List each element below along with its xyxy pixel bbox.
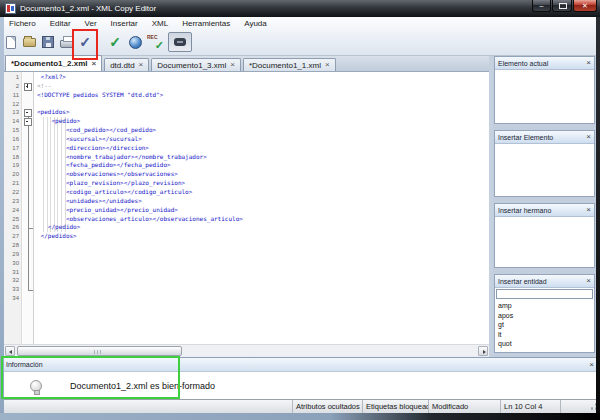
status-cursor-position: Ln 10 Col 4 bbox=[500, 400, 560, 413]
entity-item[interactable]: quot bbox=[498, 339, 591, 349]
browser-preview-button[interactable] bbox=[126, 32, 144, 52]
fold-marker[interactable] bbox=[22, 294, 34, 303]
panel-close-icon[interactable]: × bbox=[586, 277, 591, 285]
fold-marker[interactable] bbox=[22, 276, 34, 285]
fold-marker[interactable] bbox=[22, 250, 34, 259]
tab-close-icon[interactable]: × bbox=[139, 61, 144, 69]
new-document-button[interactable] bbox=[2, 32, 20, 52]
editor-line: 13 <pedidos> bbox=[4, 108, 489, 117]
fold-marker[interactable] bbox=[22, 108, 34, 117]
line-number: 24 bbox=[4, 206, 22, 215]
document-tab[interactable]: dtd.dtd × bbox=[104, 58, 149, 71]
entity-item[interactable]: amp bbox=[498, 301, 591, 311]
fold-marker[interactable] bbox=[22, 232, 34, 241]
app-icon bbox=[5, 3, 16, 14]
document-tab[interactable]: *Documento1_2.xml × bbox=[5, 55, 102, 71]
check-wellformed-button[interactable]: ✓ bbox=[76, 32, 94, 52]
lightbulb-icon bbox=[30, 380, 42, 392]
code-text: <fecha_pedido></fecha_pedido> bbox=[34, 161, 171, 170]
menu-item[interactable]: Fichero bbox=[2, 18, 43, 30]
lock-tags-icon bbox=[174, 38, 186, 46]
fold-marker[interactable] bbox=[22, 135, 34, 144]
line-number: 29 bbox=[4, 250, 22, 259]
menu-item[interactable]: XML bbox=[145, 18, 175, 30]
fold-marker[interactable] bbox=[22, 206, 34, 215]
panel-close-icon[interactable]: × bbox=[586, 206, 591, 214]
editor-line: 15 <cod_pedido></cod_pedido> bbox=[4, 126, 489, 135]
menu-item[interactable]: Insertar bbox=[104, 18, 145, 30]
fold-marker[interactable] bbox=[22, 144, 34, 153]
scrollbar-thumb[interactable] bbox=[17, 346, 182, 356]
open-button[interactable] bbox=[20, 32, 38, 52]
fold-marker[interactable] bbox=[22, 215, 34, 224]
fold-marker[interactable] bbox=[22, 91, 34, 100]
menu-item[interactable]: Herramientas bbox=[175, 18, 237, 30]
info-close-icon[interactable]: × bbox=[589, 361, 594, 369]
status-empty bbox=[0, 400, 292, 413]
fold-marker[interactable] bbox=[22, 126, 34, 135]
code-text: <plazo_revision></plazo_revision> bbox=[34, 179, 185, 188]
fold-marker[interactable] bbox=[22, 259, 34, 268]
protect-tags-toggle[interactable] bbox=[168, 32, 192, 52]
editor-line: 29 bbox=[4, 250, 489, 259]
fold-marker[interactable] bbox=[22, 285, 34, 294]
scroll-right-arrow[interactable] bbox=[478, 346, 488, 356]
code-text: <observaciones></observaciones> bbox=[34, 170, 178, 179]
menu-item[interactable]: Ver bbox=[78, 18, 104, 30]
fold-marker[interactable] bbox=[22, 241, 34, 250]
fold-marker[interactable] bbox=[22, 170, 34, 179]
menu-item[interactable]: Editar bbox=[43, 18, 78, 30]
fold-marker[interactable] bbox=[22, 161, 34, 170]
code-text: <!-- bbox=[34, 82, 51, 91]
line-number: 21 bbox=[4, 179, 22, 188]
fold-marker[interactable] bbox=[22, 73, 34, 82]
tab-label: dtd.dtd bbox=[110, 61, 134, 70]
editor-line: 2 <!-- bbox=[4, 82, 489, 91]
panel-close-icon[interactable]: × bbox=[586, 59, 591, 67]
panel-body[interactable] bbox=[495, 217, 594, 267]
tab-close-icon[interactable]: × bbox=[325, 61, 330, 69]
line-number: 27 bbox=[4, 232, 22, 241]
fold-marker[interactable] bbox=[22, 197, 34, 206]
validate-dtd-button[interactable]: ✓ bbox=[106, 32, 124, 52]
code-text bbox=[34, 276, 37, 285]
line-number: 20 bbox=[4, 170, 22, 179]
minimize-button[interactable]: – bbox=[532, 0, 551, 12]
code-text: <!DOCTYPE pedidos SYSTEM "dtd.dtd"> bbox=[34, 91, 163, 100]
tab-close-icon[interactable]: × bbox=[230, 61, 235, 69]
close-button[interactable]: ✕ bbox=[573, 0, 597, 12]
fold-marker[interactable] bbox=[22, 153, 34, 162]
fold-marker[interactable] bbox=[22, 117, 34, 126]
panel-title: Insertar Elemento bbox=[498, 134, 553, 141]
menu-item[interactable]: Ayuda bbox=[237, 18, 274, 30]
fold-marker[interactable] bbox=[22, 223, 34, 232]
scroll-left-arrow[interactable] bbox=[5, 346, 15, 356]
entity-filter-input[interactable] bbox=[496, 289, 593, 299]
save-button[interactable] bbox=[39, 32, 57, 52]
panel-body[interactable] bbox=[495, 144, 594, 196]
entity-item[interactable]: gt bbox=[498, 320, 591, 330]
editor-line: 18 <nombre_trabajador></nombre_trabajado… bbox=[4, 153, 489, 162]
document-tab[interactable]: *Documento1_1.xml × bbox=[243, 58, 336, 71]
fold-marker[interactable] bbox=[22, 179, 34, 188]
line-number: 28 bbox=[4, 241, 22, 250]
entity-item[interactable]: apos bbox=[498, 311, 591, 321]
print-button[interactable] bbox=[58, 32, 76, 52]
blue-check-icon: ✓ bbox=[79, 35, 91, 49]
code-editor[interactable]: 1 <?xml?> 2 <!-- 11 <!DOCTYPE pedidos SY… bbox=[4, 72, 489, 344]
line-number: 13 bbox=[4, 108, 22, 117]
entity-item[interactable]: lt bbox=[498, 330, 591, 340]
title-bar: Documento1_2.xml - XML Copy Editor bbox=[0, 0, 600, 17]
fold-marker[interactable] bbox=[22, 82, 34, 91]
panel-close-icon[interactable]: × bbox=[586, 133, 591, 141]
maximize-button[interactable] bbox=[552, 0, 572, 12]
panel-insert-element: Insertar Elemento × bbox=[494, 130, 595, 197]
horizontal-scrollbar[interactable] bbox=[4, 344, 489, 356]
fold-marker[interactable] bbox=[22, 268, 34, 277]
document-tab[interactable]: Documento1_3.xml × bbox=[151, 58, 241, 71]
panel-body[interactable] bbox=[495, 70, 594, 123]
fold-marker[interactable] bbox=[22, 100, 34, 109]
validate-relaxng-button[interactable]: REC ✓ bbox=[146, 32, 164, 52]
fold-marker[interactable] bbox=[22, 188, 34, 197]
tab-close-icon[interactable]: × bbox=[91, 60, 96, 68]
